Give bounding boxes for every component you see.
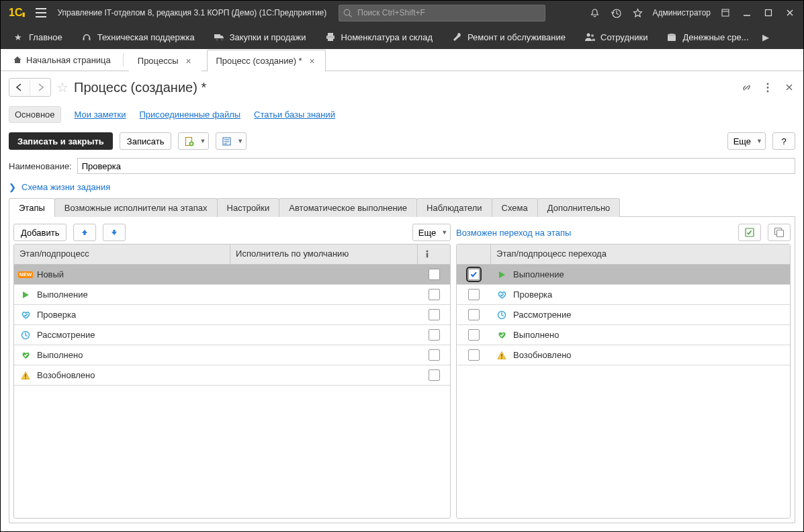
- tab-executors[interactable]: Возможные исполнители на этапах: [54, 198, 218, 217]
- executor-cell[interactable]: [231, 305, 418, 324]
- table-row[interactable]: Выполнение: [457, 265, 790, 285]
- history-icon[interactable]: [607, 3, 625, 22]
- row-checkbox[interactable]: [429, 369, 440, 381]
- window-maximize-icon[interactable]: [759, 3, 778, 22]
- nav-forward-button[interactable]: [30, 79, 50, 96]
- executor-cell[interactable]: [231, 365, 418, 385]
- tab-process-create[interactable]: Процесс (создание) * ×: [207, 50, 325, 72]
- menu-icon[interactable]: [32, 3, 50, 22]
- table-row[interactable]: Проверка: [457, 285, 790, 305]
- tab-observers[interactable]: Наблюдатели: [416, 198, 492, 217]
- executor-cell[interactable]: [231, 285, 418, 304]
- svg-rect-5: [89, 38, 90, 40]
- menu-support[interactable]: Техническая поддержка: [72, 25, 204, 49]
- name-input[interactable]: [77, 158, 795, 174]
- tab-scheme[interactable]: Схема: [492, 198, 538, 217]
- global-search-field[interactable]: [356, 7, 541, 18]
- uncheck-all-button[interactable]: [768, 224, 791, 241]
- check-all-button[interactable]: [738, 224, 761, 241]
- tab-processes[interactable]: Процессы ×: [129, 50, 202, 72]
- row-checkbox[interactable]: [468, 289, 480, 300]
- add-button[interactable]: Добавить: [13, 224, 66, 241]
- col-transition-stage[interactable]: Этап/подпроцесс перехода: [491, 245, 790, 264]
- row-checkbox[interactable]: [429, 349, 440, 361]
- global-search-input[interactable]: [339, 5, 545, 21]
- row-checkbox[interactable]: [429, 269, 440, 280]
- current-user[interactable]: Администратор: [650, 8, 713, 17]
- row-checkbox[interactable]: [468, 269, 480, 280]
- move-up-button[interactable]: [73, 224, 96, 241]
- close-icon[interactable]: ×: [183, 56, 193, 66]
- table-row[interactable]: Возобновлено: [14, 365, 450, 386]
- svg-point-17: [767, 90, 769, 92]
- menu-employees[interactable]: Сотрудники: [575, 25, 657, 49]
- section-notes[interactable]: Мои заметки: [75, 109, 126, 120]
- lifecycle-scheme-link[interactable]: Схема жизни задания: [21, 182, 110, 192]
- chevron-right-icon[interactable]: ❯: [9, 182, 16, 192]
- move-down-button[interactable]: [103, 224, 126, 241]
- breadcrumb-home[interactable]: Начальная страница: [6, 49, 118, 71]
- more-vertical-icon[interactable]: [762, 82, 774, 93]
- save-button[interactable]: Записать: [120, 132, 172, 150]
- save-and-close-button[interactable]: Записать и закрыть: [9, 132, 113, 150]
- row-checkbox[interactable]: [429, 309, 440, 320]
- close-page-icon[interactable]: [783, 83, 795, 92]
- warning-icon: [19, 369, 32, 382]
- help-button[interactable]: ?: [772, 132, 795, 150]
- col-stage[interactable]: Этап/подпроцесс: [14, 245, 230, 264]
- executor-cell[interactable]: [231, 345, 418, 365]
- star-icon[interactable]: [628, 3, 647, 22]
- tab-auto[interactable]: Автоматическое выполнение: [279, 198, 417, 217]
- svg-point-13: [591, 34, 594, 37]
- left-more-button[interactable]: Еще▼: [412, 224, 451, 241]
- table-row[interactable]: Рассмотрение: [14, 325, 450, 345]
- caption-options-icon[interactable]: [716, 3, 735, 22]
- section-main[interactable]: Основное: [9, 106, 61, 123]
- transition-label: Рассмотрение: [513, 310, 571, 320]
- menu-repair[interactable]: Ремонт и обслуживание: [442, 25, 575, 49]
- nav-back-button[interactable]: [9, 79, 30, 96]
- table-row[interactable]: Проверка: [14, 305, 450, 325]
- svg-rect-26: [25, 374, 26, 377]
- executor-cell[interactable]: [231, 325, 418, 345]
- row-checkbox[interactable]: [429, 289, 440, 300]
- menu-procurement[interactable]: Закупки и продажи: [204, 25, 316, 49]
- svg-point-7: [216, 38, 218, 41]
- stage-label: Возобновлено: [37, 370, 95, 380]
- close-icon[interactable]: ×: [308, 56, 317, 66]
- section-files[interactable]: Присоединенные файлы: [140, 109, 241, 120]
- tab-stages[interactable]: Этапы: [9, 198, 55, 217]
- window-minimize-icon[interactable]: [738, 3, 756, 22]
- tab-advanced[interactable]: Дополнительно: [537, 198, 621, 217]
- tab-settings[interactable]: Настройки: [217, 198, 280, 217]
- table-row[interactable]: Рассмотрение: [457, 305, 790, 325]
- page-title: Процесс (создание) *: [74, 80, 736, 95]
- table-row[interactable]: Выполнено: [457, 325, 790, 345]
- menu-main[interactable]: ★Главное: [3, 25, 72, 49]
- link-icon[interactable]: [740, 82, 752, 93]
- bell-icon[interactable]: [585, 3, 604, 22]
- report-action-button[interactable]: ▼: [216, 132, 247, 150]
- row-checkbox[interactable]: [468, 349, 480, 361]
- executor-cell[interactable]: [231, 265, 418, 284]
- menu-stock[interactable]: Номенклатура и склад: [316, 25, 442, 49]
- transitions-title-link[interactable]: Возможен переход на этапы: [456, 228, 571, 238]
- table-row[interactable]: Возобновлено: [457, 345, 790, 365]
- heart-check-icon: [19, 309, 32, 321]
- table-row[interactable]: Выполнение: [14, 285, 450, 305]
- stage-label: Выполнено: [37, 350, 83, 360]
- table-row[interactable]: Выполнено: [14, 345, 450, 365]
- document-action-button[interactable]: ▼: [178, 132, 209, 150]
- section-kb[interactable]: Статьи базы знаний: [254, 109, 335, 120]
- table-row[interactable]: NEWНовый: [14, 265, 450, 285]
- row-checkbox[interactable]: [468, 309, 480, 320]
- col-executor[interactable]: Исполнитель по умолчанию: [230, 245, 418, 264]
- favorite-star-icon[interactable]: ☆: [55, 79, 70, 95]
- menu-money[interactable]: Денежные сре...: [657, 25, 758, 49]
- window-close-icon[interactable]: [780, 3, 799, 22]
- menu-scroll-right-icon[interactable]: ▶: [758, 25, 773, 49]
- row-checkbox[interactable]: [468, 329, 480, 341]
- col-flag[interactable]: [418, 245, 450, 264]
- row-checkbox[interactable]: [429, 329, 440, 341]
- more-button[interactable]: Еще▼: [727, 132, 766, 150]
